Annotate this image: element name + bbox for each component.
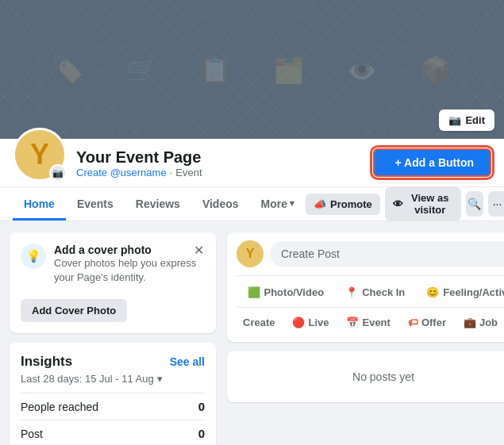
page-meta: Create @username · Event	[76, 167, 364, 178]
tab-videos[interactable]: Videos	[191, 188, 250, 221]
add-button-wrap: + Add a Button	[373, 139, 491, 186]
add-button-label: + Add a Button	[395, 156, 474, 169]
search-button[interactable]: 🔍	[466, 191, 484, 217]
cover-photo-card-header: 💡 Add a cover photo Cover photos help yo…	[21, 244, 205, 285]
view-as-visitor-button[interactable]: 👁 View as visitor	[385, 187, 461, 221]
cover-photo-card-text: Add a cover photo Cover photos help you …	[54, 244, 205, 285]
profile-section: Y 📷 Your Event Page Create @username · E…	[0, 139, 504, 187]
tab-more[interactable]: More ▾	[250, 188, 306, 221]
create-post-input[interactable]: Create Post	[270, 241, 504, 267]
search-icon: 🔍	[467, 198, 481, 210]
offer-label: Offer	[421, 316, 446, 328]
view-as-visitor-label: View as visitor	[407, 192, 453, 216]
offer-icon: 🏷	[408, 316, 418, 328]
live-icon: 🔴	[292, 316, 305, 328]
cover-photo-card-desc: Cover photos help you express your Page'…	[54, 256, 205, 285]
job-label: Job	[479, 316, 498, 328]
location-icon: 📍	[345, 286, 358, 298]
no-posts-card: No posts yet	[227, 351, 504, 402]
page-name: Your Event Page	[76, 148, 364, 167]
left-column: ✕ 💡 Add a cover photo Cover photos help …	[10, 232, 216, 445]
mini-avatar-initial: Y	[246, 247, 255, 261]
create-post-placeholder: Create Post	[281, 247, 340, 260]
avatar-initial: Y	[30, 138, 49, 171]
nav-actions: 📣 Promote 👁 View as visitor 🔍 ···	[306, 187, 504, 221]
right-column: Y Create Post 🟩 Photo/Video 📍 Check In 😊	[227, 232, 504, 445]
chevron-down-small-icon: ▾	[157, 373, 163, 385]
no-posts-label: No posts yet	[352, 370, 414, 383]
avatar-camera-icon: 📷	[52, 168, 63, 178]
photo-icon: 🟩	[248, 286, 260, 298]
event-icon: 📅	[346, 316, 359, 328]
cover-icon-1: 🏷️	[52, 55, 84, 85]
insights-row-post: Post 0	[21, 420, 205, 445]
insights-people-value: 0	[198, 400, 205, 413]
tab-home[interactable]: Home	[13, 188, 66, 221]
live-label: Live	[308, 316, 329, 328]
cover-photo-card: ✕ 💡 Add a cover photo Cover photos help …	[10, 232, 216, 333]
cover-icon-2: 🛒	[126, 55, 158, 85]
cover-photo-pattern: 🏷️ 🛒 📋 🗂️ 👁️ 📦	[0, 0, 504, 139]
edit-label: Edit	[465, 114, 485, 126]
promote-button[interactable]: 📣 Promote	[306, 194, 380, 215]
feeling-activity-button[interactable]: 😊 Feeling/Activity	[418, 282, 504, 302]
cover-icon-5: 👁️	[346, 55, 378, 85]
tab-reviews-label: Reviews	[136, 198, 180, 210]
eye-icon: 👁	[393, 198, 403, 210]
cover-photo: 🏷️ 🛒 📋 🗂️ 👁️ 📦 📷 Edit	[0, 0, 504, 139]
mini-avatar: Y	[237, 240, 264, 267]
add-cover-photo-label: Add Cover Photo	[32, 305, 116, 316]
nav-tabs: Home Events Reviews Videos More ▾ 📣 Prom…	[0, 187, 504, 221]
photo-video-label: Photo/Video	[264, 286, 325, 298]
avatar-wrap: Y 📷	[13, 128, 67, 182]
cover-photo-card-title: Add a cover photo	[54, 244, 205, 256]
cover-edit-button[interactable]: 📷 Edit	[439, 109, 494, 131]
cover-icon-3: 📋	[199, 55, 231, 85]
tab-events-label: Events	[77, 198, 113, 210]
cover-photo-card-close[interactable]: ✕	[189, 240, 208, 259]
tab-more-label: More	[261, 198, 287, 210]
more-options-button[interactable]: ···	[488, 191, 504, 217]
promote-label: Promote	[330, 198, 372, 210]
profile-info: Your Event Page Create @username · Event	[76, 140, 364, 185]
post-actions-row: 🟩 Photo/Video 📍 Check In 😊 Feeling/Activ…	[237, 275, 504, 302]
insights-post-value: 0	[198, 427, 205, 440]
main-content: ✕ 💡 Add a cover photo Cover photos help …	[0, 221, 504, 445]
insights-title: Insights	[21, 354, 72, 370]
cover-icon-4: 🗂️	[273, 55, 305, 85]
see-all-link[interactable]: See all	[170, 355, 205, 368]
create-label: Create	[243, 316, 275, 328]
job-button[interactable]: 💼 Job	[457, 313, 504, 332]
insights-header: Insights See all	[21, 354, 205, 370]
check-in-button[interactable]: 📍 Check In	[337, 282, 413, 302]
cover-icon-6: 📦	[420, 55, 452, 85]
avatar-camera-button[interactable]: 📷	[49, 164, 67, 182]
insights-people-label: People reached	[21, 401, 98, 413]
page-username[interactable]: Create @username	[76, 167, 167, 178]
add-a-button-cta[interactable]: + Add a Button	[373, 148, 491, 177]
insights-date-range: Last 28 days: 15 Jul - 11 Aug	[21, 373, 154, 385]
tab-reviews[interactable]: Reviews	[125, 188, 191, 221]
live-button[interactable]: 🔴 Live	[286, 313, 335, 332]
offer-button[interactable]: 🏷 Offer	[402, 313, 452, 332]
insights-post-label: Post	[21, 428, 43, 440]
tab-events[interactable]: Events	[66, 188, 125, 221]
post-more-row: Create 🔴 Live 📅 Event 🏷 Offer 💼 Job	[237, 307, 504, 334]
page-type: Event	[175, 167, 202, 178]
feeling-label: Feeling/Activity	[443, 286, 504, 298]
insights-date[interactable]: Last 28 days: 15 Jul - 11 Aug ▾	[21, 373, 205, 385]
create-post-card: Y Create Post 🟩 Photo/Video 📍 Check In 😊	[227, 232, 504, 342]
tab-home-label: Home	[24, 198, 55, 210]
megaphone-icon: 📣	[314, 198, 326, 210]
cover-photo-icons: 🏷️ 🛒 📋 🗂️ 👁️ 📦	[0, 0, 504, 139]
camera-icon: 📷	[448, 114, 461, 126]
event-button[interactable]: 📅 Event	[340, 313, 396, 332]
smile-icon: 😊	[426, 286, 439, 298]
check-in-label: Check In	[362, 286, 405, 298]
create-post-top: Y Create Post	[237, 240, 504, 267]
create-button[interactable]: Create	[237, 313, 281, 332]
meta-separator: ·	[170, 167, 173, 178]
lightbulb-icon: 💡	[21, 244, 46, 269]
photo-video-button[interactable]: 🟩 Photo/Video	[240, 282, 333, 302]
add-cover-photo-button[interactable]: Add Cover Photo	[21, 299, 127, 322]
